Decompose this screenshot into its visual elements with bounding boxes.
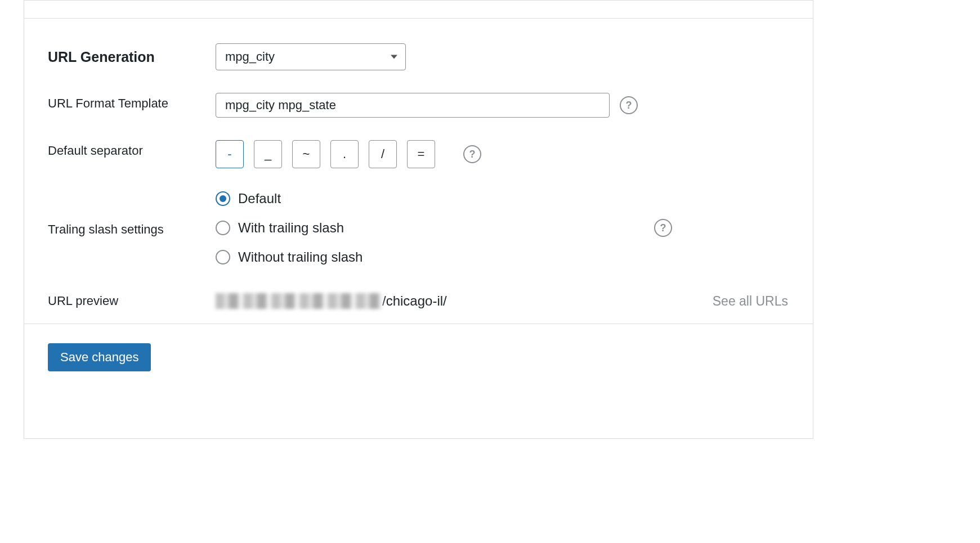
separator-option-equals[interactable]: = xyxy=(407,140,435,168)
url-format-template-input[interactable] xyxy=(216,93,610,118)
default-separator-row: Default separator - _ ~ . / = ? xyxy=(24,129,813,179)
url-preview-value-wrap: /chicago-il/ See all URLs xyxy=(216,293,813,309)
trailing-slash-label: Traling slash settings xyxy=(24,219,216,237)
url-preview-row: URL preview /chicago-il/ See all URLs xyxy=(24,276,813,315)
url-preview-label: URL preview xyxy=(24,294,216,308)
default-separator-control: - _ ~ . / = ? xyxy=(216,140,813,168)
trailing-slash-option-without[interactable]: Without trailing slash xyxy=(216,249,363,265)
settings-panel: URL Generation mpg_city URL Format Templ… xyxy=(24,0,813,439)
help-icon[interactable]: ? xyxy=(654,219,672,237)
separator-option-underscore[interactable]: _ xyxy=(254,140,282,168)
url-generation-control: mpg_city xyxy=(216,43,813,70)
separator-option-tilde[interactable]: ~ xyxy=(292,140,320,168)
trailing-slash-option-with[interactable]: With trailing slash xyxy=(216,220,363,236)
radio-icon xyxy=(216,221,230,235)
url-format-template-row: URL Format Template ? xyxy=(24,82,813,129)
help-icon[interactable]: ? xyxy=(463,145,481,163)
url-generation-row: URL Generation mpg_city xyxy=(24,32,813,82)
separator-option-slash[interactable]: / xyxy=(369,140,397,168)
radio-icon xyxy=(216,191,230,206)
help-icon[interactable]: ? xyxy=(620,96,638,114)
trailing-slash-control: Default With trailing slash Without trai… xyxy=(216,191,813,265)
url-generation-select-value: mpg_city xyxy=(225,50,275,64)
url-generation-select[interactable]: mpg_city xyxy=(216,43,406,70)
url-format-template-label: URL Format Template xyxy=(24,93,216,111)
url-preview-obscured-domain xyxy=(216,293,382,309)
radio-label: Without trailing slash xyxy=(238,249,363,265)
section-heading: URL Generation xyxy=(24,43,216,65)
panel-header-strip xyxy=(24,1,813,19)
separator-option-dot[interactable]: . xyxy=(330,140,359,168)
trailing-slash-group: Default With trailing slash Without trai… xyxy=(216,191,363,265)
default-separator-label: Default separator xyxy=(24,140,216,158)
trailing-slash-row: Traling slash settings Default With trai… xyxy=(24,179,813,276)
radio-icon xyxy=(216,250,230,264)
see-all-urls-link[interactable]: See all URLs xyxy=(713,294,813,309)
separator-option-hyphen[interactable]: - xyxy=(216,140,244,168)
url-format-template-control: ? xyxy=(216,93,813,118)
separator-group: - _ ~ . / = ? xyxy=(216,140,481,168)
divider xyxy=(24,324,813,324)
trailing-slash-option-default[interactable]: Default xyxy=(216,191,363,207)
radio-label: Default xyxy=(238,191,281,207)
url-preview-suffix: /chicago-il/ xyxy=(382,293,447,309)
save-button[interactable]: Save changes xyxy=(48,343,151,371)
radio-label: With trailing slash xyxy=(238,220,344,236)
panel-body: URL Generation mpg_city URL Format Templ… xyxy=(24,19,813,371)
chevron-down-icon xyxy=(391,55,397,59)
